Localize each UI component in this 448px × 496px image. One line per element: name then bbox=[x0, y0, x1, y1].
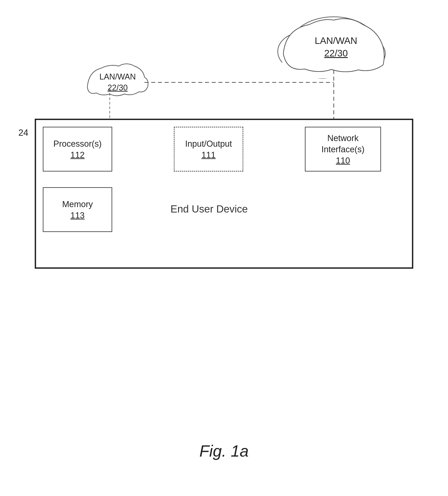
input-output-box: Input/Output 111 bbox=[174, 127, 243, 171]
cloud-small-label: LAN/WAN 22/30 bbox=[86, 72, 149, 93]
memory-box: Memory 113 bbox=[43, 187, 112, 232]
network-interface-box: Network Interface(s) 110 bbox=[305, 127, 381, 171]
device-label: End User Device bbox=[171, 203, 248, 215]
device-box: Processor(s) 112 Input/Output 111 Networ… bbox=[35, 119, 413, 269]
cloud-top-label: LAN/WAN 22/30 bbox=[309, 35, 363, 59]
processor-box: Processor(s) 112 bbox=[43, 127, 112, 171]
figure-caption: Fig. 1a bbox=[199, 442, 249, 460]
ref-label-24: 24 bbox=[18, 128, 29, 138]
diagram-container: LAN/WAN 22/30 LAN/WAN 22/30 24 Processor… bbox=[0, 0, 448, 496]
